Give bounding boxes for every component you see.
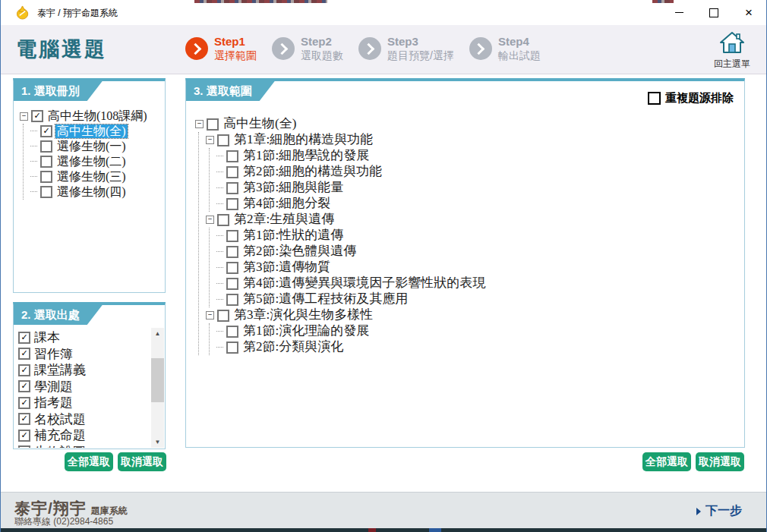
source-item[interactable]: ✓課堂講義	[18, 362, 150, 379]
tree-row[interactable]: −✓高中生物(108課綱)	[20, 109, 149, 124]
checkbox[interactable]	[226, 294, 238, 306]
tree-row[interactable]: 第2節:細胞的構造與功能	[216, 164, 487, 180]
checkbox[interactable]	[207, 118, 219, 131]
checkbox[interactable]	[226, 198, 238, 210]
deselect-button-sources[interactable]: 取消選取	[118, 452, 166, 471]
tree-node-label[interactable]: 選修生物(二)	[55, 155, 128, 168]
tree-node-label[interactable]: 第2章:生殖與遺傳	[232, 212, 336, 227]
source-item[interactable]: ✓生物說圖	[18, 444, 150, 449]
tree-node-label[interactable]: 第1節:細胞學說的發展	[241, 149, 371, 163]
home-button[interactable]: 回主選單	[709, 31, 756, 71]
collapse-icon[interactable]: −	[195, 120, 204, 128]
tree-row[interactable]: 選修生物(四)	[30, 184, 149, 200]
tree-row[interactable]: 第4節:遺傳變異與環境因子影響性狀的表現	[216, 275, 487, 291]
checkbox[interactable]	[226, 246, 238, 258]
tree-node-label[interactable]: 第1章:細胞的構造與功能	[232, 133, 374, 147]
checkbox[interactable]	[226, 150, 238, 162]
close-button[interactable]: ×	[731, 0, 766, 25]
checkbox[interactable]	[226, 166, 238, 178]
checkbox[interactable]	[217, 214, 229, 226]
tree-row[interactable]: 第1節:演化理論的發展	[216, 323, 487, 339]
tree-row[interactable]: −第3章:演化與生物多樣性	[206, 307, 487, 323]
tree-node-label[interactable]: 選修生物(四)	[55, 185, 128, 199]
tree-node-label[interactable]: 高中生物(全)	[222, 117, 298, 131]
source-item[interactable]: ✓課本	[18, 329, 150, 346]
tree-row[interactable]: −高中生物(全)	[195, 116, 487, 132]
checkbox[interactable]	[226, 230, 238, 242]
tree-node-label[interactable]: 第1節:演化理論的發展	[241, 324, 371, 338]
checkbox[interactable]: ✓	[18, 445, 30, 448]
next-step-button[interactable]: 下一步	[696, 503, 742, 519]
checkbox[interactable]: ✓	[18, 364, 30, 376]
tree-node-label[interactable]: 選修生物(三)	[55, 170, 128, 184]
checkbox[interactable]: ✓	[40, 125, 52, 137]
tree-node-label[interactable]: 第1節:性狀的遺傳	[241, 228, 345, 243]
step-step3[interactable]: Step3題目預覽/選擇	[358, 35, 454, 62]
collapse-icon[interactable]: −	[20, 112, 28, 121]
checkbox[interactable]: ✓	[18, 397, 30, 409]
collapse-icon[interactable]: −	[206, 311, 214, 320]
tree-row[interactable]: 選修生物(二)	[30, 154, 149, 169]
tree-node-label[interactable]: 第3節:細胞與能量	[241, 181, 345, 195]
checkbox[interactable]: ✓	[18, 380, 30, 392]
tree-row[interactable]: 第2節:染色體與遺傳	[216, 244, 487, 260]
tree-row[interactable]: −第2章:生殖與遺傳	[206, 212, 487, 228]
checkbox[interactable]	[217, 310, 229, 322]
tree-node-label[interactable]: 第3節:遺傳物質	[241, 260, 332, 275]
checkbox[interactable]	[217, 134, 229, 146]
checkbox[interactable]: ✓	[18, 430, 30, 442]
tree-row[interactable]: ✓高中生物(全)	[30, 124, 149, 139]
tree-row[interactable]: 第4節:細胞分裂	[216, 196, 487, 212]
source-item[interactable]: ✓名校試題	[18, 411, 150, 428]
scroll-down-icon[interactable]: ▼	[151, 436, 164, 448]
tree-row[interactable]: 第3節:遺傳物質	[216, 260, 487, 275]
scroll-up-icon[interactable]: ▲	[151, 328, 164, 339]
step-step1[interactable]: Step1選擇範圍	[185, 35, 257, 62]
scroll-thumb[interactable]	[151, 358, 164, 402]
source-item[interactable]: ✓學測題	[18, 379, 150, 395]
checkbox[interactable]: ✓	[18, 413, 30, 425]
collapse-icon[interactable]: −	[206, 216, 214, 224]
checkbox[interactable]	[40, 171, 52, 183]
scrollbar[interactable]: ▲ ▼	[151, 328, 164, 448]
checkbox[interactable]: ✓	[18, 348, 30, 360]
checkbox[interactable]	[226, 326, 238, 338]
tree-node-label[interactable]: 第4節:細胞分裂	[241, 197, 332, 211]
checkbox[interactable]	[226, 262, 238, 274]
step-step2[interactable]: Step2選取題數	[272, 35, 343, 62]
tree-node-label[interactable]: 高中生物(全)	[55, 124, 128, 138]
checkbox[interactable]	[226, 342, 238, 354]
checkbox[interactable]	[40, 140, 52, 153]
tree-row[interactable]: 第5節:遺傳工程技術及其應用	[216, 291, 487, 307]
checkbox[interactable]	[226, 278, 238, 290]
checkbox[interactable]	[226, 182, 238, 194]
tree-node-label[interactable]: 第2節:分類與演化	[241, 340, 345, 354]
select-all-button-scope[interactable]: 全部選取	[642, 452, 691, 471]
maximize-button[interactable]	[696, 0, 731, 25]
deselect-button-scope[interactable]: 取消選取	[696, 452, 744, 471]
checkbox[interactable]	[40, 186, 52, 198]
source-item[interactable]: ✓補充命題	[18, 427, 150, 444]
tree-node-label[interactable]: 第5節:遺傳工程技術及其應用	[241, 292, 409, 307]
tree-row[interactable]: 第3節:細胞與能量	[216, 180, 487, 196]
checkbox[interactable]: ✓	[18, 332, 30, 344]
minimize-button[interactable]	[661, 0, 696, 25]
checkbox[interactable]: ✓	[31, 110, 43, 122]
checkbox[interactable]	[40, 156, 52, 168]
source-item[interactable]: ✓習作簿	[18, 346, 150, 363]
tree-node-label[interactable]: 第3章:演化與生物多樣性	[232, 308, 374, 323]
step-step4[interactable]: Step4輸出試題	[469, 35, 541, 62]
tree-row[interactable]: 選修生物(三)	[30, 169, 149, 184]
source-item[interactable]: ✓指考題	[18, 395, 150, 411]
tree-row[interactable]: 選修生物(一)	[30, 139, 149, 154]
tree-node-label[interactable]: 第2節:細胞的構造與功能	[241, 165, 384, 179]
tree-node-label[interactable]: 高中生物(108課綱)	[46, 109, 149, 123]
tree-row[interactable]: 第1節:細胞學說的發展	[216, 148, 487, 164]
tree-node-label[interactable]: 選修生物(一)	[55, 140, 128, 153]
checkbox[interactable]	[648, 92, 661, 105]
dedupe-checkbox-group[interactable]: 重複題源排除	[648, 91, 734, 105]
tree-row[interactable]: 第1節:性狀的遺傳	[216, 228, 487, 244]
tree-row[interactable]: 第2節:分類與演化	[216, 339, 487, 355]
collapse-icon[interactable]: −	[206, 136, 214, 144]
tree-node-label[interactable]: 第4節:遺傳變異與環境因子影響性狀的表現	[241, 276, 487, 291]
